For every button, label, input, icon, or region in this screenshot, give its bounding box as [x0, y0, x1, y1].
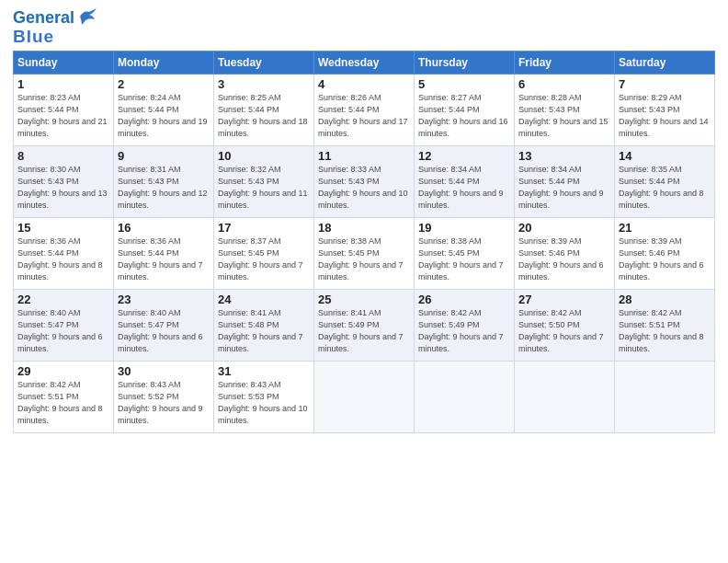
- day-info: Sunrise: 8:23 AMSunset: 5:44 PMDaylight:…: [17, 92, 109, 140]
- header-row: SundayMondayTuesdayWednesdayThursdayFrid…: [14, 51, 715, 74]
- day-cell-15: 15Sunrise: 8:36 AMSunset: 5:44 PMDayligh…: [14, 217, 114, 289]
- week-row-2: 8Sunrise: 8:30 AMSunset: 5:43 PMDaylight…: [14, 145, 715, 217]
- header: General Blue: [13, 9, 715, 47]
- day-cell-27: 27Sunrise: 8:42 AMSunset: 5:50 PMDayligh…: [515, 289, 615, 361]
- day-info: Sunrise: 8:31 AMSunset: 5:43 PMDaylight:…: [118, 164, 210, 212]
- day-number: 31: [218, 364, 310, 378]
- logo-blue: Blue: [13, 28, 54, 47]
- empty-cell: [515, 361, 615, 432]
- day-info: Sunrise: 8:43 AMSunset: 5:53 PMDaylight:…: [218, 379, 310, 427]
- col-header-sunday: Sunday: [14, 51, 114, 74]
- day-number: 10: [218, 149, 310, 163]
- day-cell-1: 1Sunrise: 8:23 AMSunset: 5:44 PMDaylight…: [14, 74, 114, 145]
- day-cell-4: 4Sunrise: 8:26 AMSunset: 5:44 PMDaylight…: [314, 74, 415, 145]
- day-number: 9: [118, 149, 210, 163]
- week-row-5: 29Sunrise: 8:42 AMSunset: 5:51 PMDayligh…: [14, 361, 715, 432]
- day-info: Sunrise: 8:36 AMSunset: 5:44 PMDaylight:…: [118, 236, 210, 283]
- day-cell-18: 18Sunrise: 8:38 AMSunset: 5:45 PMDayligh…: [314, 217, 415, 289]
- day-cell-9: 9Sunrise: 8:31 AMSunset: 5:43 PMDaylight…: [114, 145, 214, 217]
- day-number: 4: [318, 77, 410, 91]
- day-info: Sunrise: 8:42 AMSunset: 5:49 PMDaylight:…: [418, 307, 510, 355]
- day-info: Sunrise: 8:26 AMSunset: 5:44 PMDaylight:…: [318, 92, 410, 140]
- day-number: 12: [418, 149, 510, 163]
- day-number: 7: [619, 77, 711, 91]
- week-row-3: 15Sunrise: 8:36 AMSunset: 5:44 PMDayligh…: [14, 217, 715, 289]
- day-info: Sunrise: 8:36 AMSunset: 5:44 PMDaylight:…: [17, 236, 109, 283]
- day-info: Sunrise: 8:40 AMSunset: 5:47 PMDaylight:…: [17, 307, 109, 355]
- day-number: 26: [418, 293, 510, 306]
- day-cell-2: 2Sunrise: 8:24 AMSunset: 5:44 PMDaylight…: [114, 74, 214, 145]
- day-number: 23: [118, 293, 210, 306]
- col-header-saturday: Saturday: [615, 51, 715, 74]
- day-info: Sunrise: 8:35 AMSunset: 5:44 PMDaylight:…: [619, 164, 711, 212]
- day-info: Sunrise: 8:38 AMSunset: 5:45 PMDaylight:…: [318, 236, 410, 283]
- calendar-table: SundayMondayTuesdayWednesdayThursdayFrid…: [13, 51, 715, 433]
- day-info: Sunrise: 8:41 AMSunset: 5:48 PMDaylight:…: [218, 307, 310, 355]
- col-header-thursday: Thursday: [415, 51, 515, 74]
- week-row-1: 1Sunrise: 8:23 AMSunset: 5:44 PMDaylight…: [14, 74, 715, 145]
- day-number: 21: [619, 221, 711, 235]
- day-cell-26: 26Sunrise: 8:42 AMSunset: 5:49 PMDayligh…: [415, 289, 515, 361]
- day-cell-10: 10Sunrise: 8:32 AMSunset: 5:43 PMDayligh…: [214, 145, 314, 217]
- day-cell-29: 29Sunrise: 8:42 AMSunset: 5:51 PMDayligh…: [14, 361, 114, 432]
- empty-cell: [415, 361, 515, 432]
- day-number: 16: [118, 221, 210, 235]
- day-info: Sunrise: 8:32 AMSunset: 5:43 PMDaylight:…: [218, 164, 310, 212]
- day-info: Sunrise: 8:27 AMSunset: 5:44 PMDaylight:…: [418, 92, 510, 140]
- week-row-4: 22Sunrise: 8:40 AMSunset: 5:47 PMDayligh…: [14, 289, 715, 361]
- day-cell-24: 24Sunrise: 8:41 AMSunset: 5:48 PMDayligh…: [214, 289, 314, 361]
- day-number: 24: [218, 293, 310, 306]
- day-info: Sunrise: 8:43 AMSunset: 5:52 PMDaylight:…: [118, 379, 210, 427]
- day-info: Sunrise: 8:39 AMSunset: 5:46 PMDaylight:…: [518, 236, 610, 283]
- day-info: Sunrise: 8:37 AMSunset: 5:45 PMDaylight:…: [218, 236, 310, 283]
- day-cell-28: 28Sunrise: 8:42 AMSunset: 5:51 PMDayligh…: [615, 289, 715, 361]
- day-info: Sunrise: 8:42 AMSunset: 5:50 PMDaylight:…: [518, 307, 610, 355]
- page-container: General Blue SundayMondayTuesdayWednesda…: [0, 0, 728, 442]
- day-info: Sunrise: 8:34 AMSunset: 5:44 PMDaylight:…: [418, 164, 510, 212]
- day-cell-19: 19Sunrise: 8:38 AMSunset: 5:45 PMDayligh…: [415, 217, 515, 289]
- day-number: 6: [518, 77, 610, 91]
- col-header-tuesday: Tuesday: [214, 51, 314, 74]
- day-number: 25: [318, 293, 410, 306]
- day-info: Sunrise: 8:30 AMSunset: 5:43 PMDaylight:…: [17, 164, 109, 212]
- day-number: 22: [17, 293, 109, 306]
- day-info: Sunrise: 8:42 AMSunset: 5:51 PMDaylight:…: [619, 307, 711, 355]
- day-info: Sunrise: 8:34 AMSunset: 5:44 PMDaylight:…: [518, 164, 610, 212]
- logo: General Blue: [13, 9, 97, 47]
- day-cell-8: 8Sunrise: 8:30 AMSunset: 5:43 PMDaylight…: [14, 145, 114, 217]
- day-info: Sunrise: 8:38 AMSunset: 5:45 PMDaylight:…: [418, 236, 510, 283]
- col-header-wednesday: Wednesday: [314, 51, 415, 74]
- empty-cell: [615, 361, 715, 432]
- day-number: 5: [418, 77, 510, 91]
- day-number: 11: [318, 149, 410, 163]
- day-number: 30: [118, 364, 210, 378]
- col-header-friday: Friday: [515, 51, 615, 74]
- day-number: 8: [17, 149, 109, 163]
- day-cell-5: 5Sunrise: 8:27 AMSunset: 5:44 PMDaylight…: [415, 74, 515, 145]
- day-number: 28: [619, 293, 711, 306]
- day-number: 13: [518, 149, 610, 163]
- logo-bird-icon: [76, 8, 97, 25]
- day-number: 29: [17, 364, 109, 378]
- day-cell-13: 13Sunrise: 8:34 AMSunset: 5:44 PMDayligh…: [515, 145, 615, 217]
- day-cell-20: 20Sunrise: 8:39 AMSunset: 5:46 PMDayligh…: [515, 217, 615, 289]
- col-header-monday: Monday: [114, 51, 214, 74]
- day-cell-7: 7Sunrise: 8:29 AMSunset: 5:43 PMDaylight…: [615, 74, 715, 145]
- day-cell-6: 6Sunrise: 8:28 AMSunset: 5:43 PMDaylight…: [515, 74, 615, 145]
- day-cell-14: 14Sunrise: 8:35 AMSunset: 5:44 PMDayligh…: [615, 145, 715, 217]
- day-cell-3: 3Sunrise: 8:25 AMSunset: 5:44 PMDaylight…: [214, 74, 314, 145]
- day-cell-12: 12Sunrise: 8:34 AMSunset: 5:44 PMDayligh…: [415, 145, 515, 217]
- day-cell-21: 21Sunrise: 8:39 AMSunset: 5:46 PMDayligh…: [615, 217, 715, 289]
- day-number: 18: [318, 221, 410, 235]
- logo-general: General: [13, 9, 74, 28]
- day-cell-16: 16Sunrise: 8:36 AMSunset: 5:44 PMDayligh…: [114, 217, 214, 289]
- day-number: 14: [619, 149, 711, 163]
- day-number: 17: [218, 221, 310, 235]
- day-number: 19: [418, 221, 510, 235]
- day-info: Sunrise: 8:29 AMSunset: 5:43 PMDaylight:…: [619, 92, 711, 140]
- day-info: Sunrise: 8:40 AMSunset: 5:47 PMDaylight:…: [118, 307, 210, 355]
- day-cell-17: 17Sunrise: 8:37 AMSunset: 5:45 PMDayligh…: [214, 217, 314, 289]
- day-info: Sunrise: 8:24 AMSunset: 5:44 PMDaylight:…: [118, 92, 210, 140]
- day-cell-25: 25Sunrise: 8:41 AMSunset: 5:49 PMDayligh…: [314, 289, 415, 361]
- day-info: Sunrise: 8:33 AMSunset: 5:43 PMDaylight:…: [318, 164, 410, 212]
